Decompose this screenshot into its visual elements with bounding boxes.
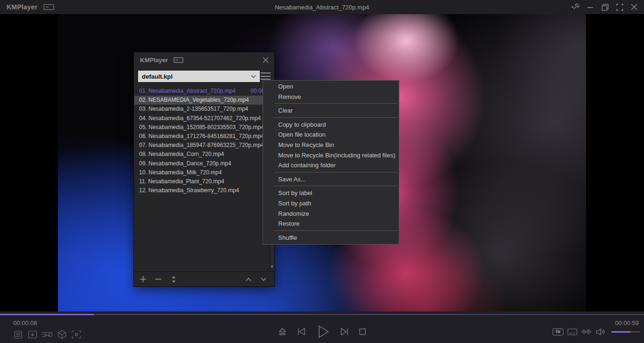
playlist-options-button[interactable] bbox=[261, 72, 271, 81]
context-menu-item[interactable]: Move to Recycle Bin bbox=[263, 140, 399, 150]
control-bar: 00:00:08 00:00:59 bbox=[0, 311, 644, 343]
volume-slider-fill bbox=[611, 331, 630, 333]
context-menu-item[interactable] bbox=[274, 186, 398, 186]
playlist-item[interactable]: 08. Nesabamedia_Corn_720.mp4 bbox=[134, 150, 269, 159]
playlist-item-label: 04. Nesabamedia_67354-521707462_720p.mp4 bbox=[139, 114, 261, 123]
left-tool-group bbox=[13, 329, 82, 340]
playlist-item-label: 01. Nesabamedia_Abstract_720p.mp4 bbox=[139, 87, 236, 96]
context-menu-item[interactable]: Randomize bbox=[263, 209, 399, 219]
right-tool-group: SW bbox=[553, 327, 640, 337]
playlist-item-label: 08. Nesabamedia_Corn_720.mp4 bbox=[139, 150, 224, 159]
context-menu-item[interactable]: Remove bbox=[263, 92, 399, 102]
playlist-item-label: 06. Nesabamedia_171276-845168281_720p.mp… bbox=[139, 132, 264, 141]
playlist-toolbar bbox=[134, 271, 274, 286]
add-item-button[interactable] bbox=[138, 275, 148, 284]
playlist-logo-text: KMPlayer bbox=[140, 57, 168, 64]
playlist-item[interactable]: 12. Nesabamedia_Strawberry_720.mp4 bbox=[134, 186, 269, 195]
playlist-menu-icon[interactable] bbox=[173, 57, 184, 63]
context-menu-item[interactable]: Shuffle bbox=[263, 233, 399, 243]
context-menu-item[interactable] bbox=[274, 230, 398, 231]
minimize-button[interactable] bbox=[585, 2, 595, 12]
move-down-button[interactable] bbox=[259, 275, 268, 284]
previous-icon[interactable] bbox=[296, 327, 307, 337]
seek-bar-fill bbox=[0, 314, 94, 315]
context-menu-item[interactable]: Open file location bbox=[263, 130, 399, 140]
stop-icon[interactable] bbox=[358, 327, 367, 336]
playlist-file-dropdown[interactable]: default.kpl bbox=[138, 71, 260, 82]
playlist-window[interactable]: KMPlayer default.kpl 01. Nesabamedia_Abs… bbox=[133, 52, 275, 287]
always-on-top-pin-icon[interactable] bbox=[570, 2, 581, 12]
context-menu-item[interactable] bbox=[274, 172, 398, 172]
playlist-item[interactable]: 05. Nesabamedia_152085-802335503_720p.mp… bbox=[134, 123, 269, 132]
next-icon[interactable] bbox=[339, 327, 350, 337]
app-logo-text: KMPlayer bbox=[7, 3, 37, 11]
playlist-list[interactable]: 01. Nesabamedia_Abstract_720p.mp4 00:00:… bbox=[134, 84, 269, 271]
fullscreen-button[interactable] bbox=[614, 2, 625, 12]
remove-item-button[interactable] bbox=[153, 275, 163, 284]
context-menu-item[interactable]: Sort by path bbox=[263, 198, 399, 209]
playlist-item[interactable]: 06. Nesabamedia_171276-845168281_720p.mp… bbox=[134, 132, 269, 141]
context-menu-item[interactable] bbox=[274, 117, 398, 118]
playlist-item-label: 12. Nesabamedia_Strawberry_720.mp4 bbox=[139, 186, 239, 195]
eject-icon[interactable] bbox=[277, 327, 288, 337]
volume-icon[interactable] bbox=[595, 327, 606, 337]
scrollbar-down-arrow-icon[interactable] bbox=[271, 266, 273, 268]
kmplayer-menu-icon[interactable] bbox=[43, 4, 55, 10]
playlist-item-label: 10. Nesabamedia_Milk_720.mp4 bbox=[139, 168, 222, 177]
playlist-item-label: 07. Nesabamedia_185947-876963225_720p.mp… bbox=[139, 141, 264, 150]
play-icon[interactable] bbox=[315, 324, 331, 339]
volume-slider[interactable] bbox=[611, 331, 640, 333]
playlist-item[interactable]: 10. Nesabamedia_Milk_720.mp4 bbox=[134, 168, 269, 177]
app-brand: KMPlayer bbox=[7, 0, 55, 14]
playlist-item[interactable]: 03. Nesabamedia_2-135653517_720p.mp4 bbox=[134, 105, 269, 114]
context-menu-item[interactable] bbox=[274, 103, 398, 104]
context-menu-item[interactable]: Move to Recycle Bin(including related fi… bbox=[263, 150, 399, 161]
restore-button[interactable] bbox=[600, 2, 610, 12]
context-menu-item[interactable]: Save As... bbox=[263, 174, 399, 185]
elapsed-time: 00:00:08 bbox=[13, 319, 37, 327]
subtitle-icon[interactable] bbox=[567, 327, 578, 337]
software-decoder-badge[interactable]: SW bbox=[553, 328, 563, 335]
main-titlebar[interactable]: KMPlayer Nesabamedia_Abstract_720p.mp4 bbox=[0, 0, 644, 14]
capture-frame-icon[interactable] bbox=[71, 329, 82, 340]
context-menu-item[interactable]: Restore bbox=[263, 219, 399, 229]
playlist-item[interactable]: 09. Nesabamedia_Dance_720p.mp4 bbox=[134, 159, 269, 168]
window-title: Nesabamedia_Abstract_720p.mp4 bbox=[0, 0, 644, 14]
chevron-down-icon bbox=[251, 75, 256, 78]
playlist-dropdown-value: default.kpl bbox=[142, 73, 251, 80]
playlist-brand: KMPlayer bbox=[140, 52, 184, 68]
context-menu-item[interactable]: Copy to clipboard bbox=[263, 120, 399, 130]
playlist-close-icon[interactable] bbox=[261, 55, 270, 65]
playlist-item[interactable]: 07. Nesabamedia_185947-876963225_720p.mp… bbox=[134, 141, 269, 150]
playlist-item-label: 09. Nesabamedia_Dance_720p.mp4 bbox=[139, 159, 231, 168]
context-menu-item[interactable]: Clear bbox=[263, 106, 399, 116]
move-up-button[interactable] bbox=[244, 275, 253, 284]
playlist-context-menu[interactable]: OpenRemoveClearCopy to clipboardOpen fil… bbox=[263, 80, 399, 245]
close-button[interactable] bbox=[629, 2, 639, 12]
window-controls bbox=[570, 0, 639, 14]
playlist-item-label: 03. Nesabamedia_2-135653517_720p.mp4 bbox=[139, 105, 248, 114]
playlist-item[interactable]: 02. NESABAMEDIA_Vegetables_720p.mp4 bbox=[134, 96, 269, 105]
playlist-item[interactable]: 01. Nesabamedia_Abstract_720p.mp4 00:00:… bbox=[134, 87, 269, 96]
playlist-item-label: 02. NESABAMEDIA_Vegetables_720p.mp4 bbox=[139, 96, 249, 105]
3d-mode-icon[interactable] bbox=[57, 329, 67, 340]
playlist-item-label: 05. Nesabamedia_152085-802335503_720p.mp… bbox=[139, 123, 264, 132]
download-icon[interactable] bbox=[27, 329, 38, 340]
playlist-item-label: 11. Nesabamedia_Plant_720.mp4 bbox=[139, 177, 224, 186]
playlist-titlebar[interactable]: KMPlayer bbox=[134, 52, 274, 68]
seek-bar[interactable] bbox=[0, 314, 644, 315]
total-duration: 00:00:59 bbox=[615, 319, 639, 327]
equalizer-icon[interactable] bbox=[581, 327, 592, 337]
context-menu-item[interactable]: Add containing folder bbox=[263, 160, 399, 171]
playlist-toggle-icon[interactable] bbox=[13, 329, 23, 340]
transport-controls bbox=[277, 324, 367, 339]
playlist-item[interactable]: 04. Nesabamedia_67354-521707462_720p.mp4 bbox=[134, 114, 269, 123]
vr-mode-icon[interactable] bbox=[42, 329, 52, 340]
context-menu-item[interactable]: Open bbox=[263, 82, 399, 92]
playlist-item[interactable]: 11. Nesabamedia_Plant_720.mp4 bbox=[134, 177, 269, 186]
sort-order-button[interactable] bbox=[169, 275, 178, 284]
context-menu-item[interactable]: Sort by label bbox=[263, 188, 399, 198]
